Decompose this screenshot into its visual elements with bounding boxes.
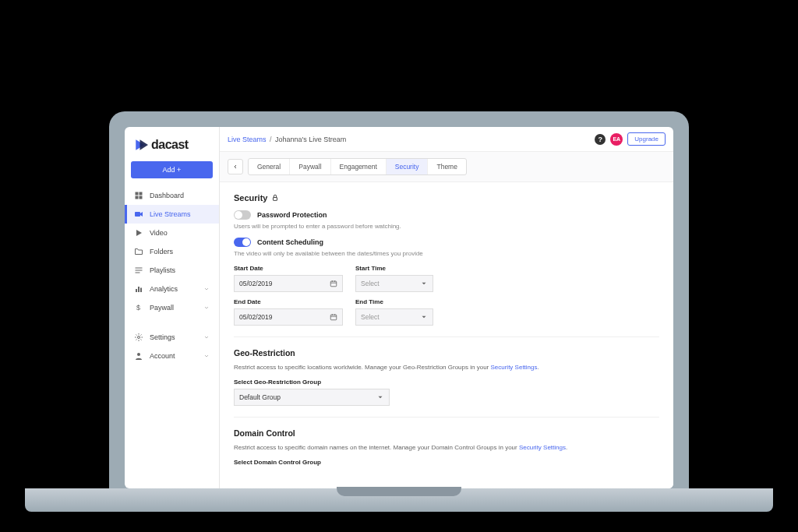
end-date-input[interactable] (239, 313, 325, 321)
geo-restriction-desc: Restrict access to specific locations wo… (234, 364, 659, 371)
laptop-notch (337, 487, 461, 496)
svg-rect-5 (136, 268, 143, 269)
tab-security[interactable]: Security (387, 159, 429, 174)
sidebar-item-account[interactable]: Account (125, 347, 219, 365)
svg-rect-4 (135, 212, 140, 217)
date-grid: Start Date Start Time Select (234, 265, 659, 326)
sidebar-item-label: Paywall (150, 304, 174, 312)
svg-rect-9 (138, 287, 139, 292)
start-time-select[interactable]: Select (355, 275, 433, 292)
select-placeholder: Select (361, 280, 380, 287)
svg-rect-6 (136, 270, 143, 271)
upgrade-button[interactable]: Upgrade (627, 132, 666, 146)
svg-text:$: $ (136, 304, 140, 312)
calendar-icon (330, 313, 337, 321)
sidebar-item-dashboard[interactable]: Dashboard (125, 186, 219, 205)
dashboard-icon (134, 191, 143, 200)
analytics-icon (134, 284, 143, 294)
end-date-label: End Date (234, 298, 343, 305)
svg-rect-19 (330, 315, 337, 320)
topbar: Live Steams / Johanna's Live Stream ? EA… (220, 127, 673, 152)
brand-logo: dacast (125, 135, 219, 161)
calendar-icon (330, 280, 337, 287)
tab-paywall[interactable]: Paywall (290, 159, 330, 174)
chevron-down-icon (203, 353, 210, 359)
toggle-label: Password Protection (257, 211, 327, 219)
password-protection-helper: Users will be prompted to enter a passwo… (234, 223, 659, 230)
end-time-select[interactable]: Select (355, 308, 433, 326)
play-icon (134, 228, 143, 238)
domain-select-label: Select Domain Control Group (234, 459, 659, 466)
sidebar-item-playlists[interactable]: Playlists (125, 261, 219, 280)
security-settings-link[interactable]: Security Settings (519, 444, 566, 451)
avatar[interactable]: EA (610, 133, 623, 146)
folder-icon (134, 247, 143, 256)
breadcrumb: Live Steams / Johanna's Live Stream (228, 136, 346, 143)
chevron-down-icon (203, 286, 210, 292)
geo-restriction-title: Geo-Restriction (234, 348, 659, 358)
content-scheduling-helper: The video will only be available between… (234, 250, 659, 257)
chevron-down-icon (420, 280, 428, 287)
svg-point-13 (137, 353, 140, 356)
sidebar-item-label: Playlists (150, 266, 175, 274)
svg-rect-7 (136, 273, 140, 273)
password-protection-toggle[interactable] (234, 210, 251, 220)
tabs: General Paywall Engagement Security Them… (248, 158, 467, 175)
main-area: Live Steams / Johanna's Live Stream ? EA… (220, 127, 673, 488)
svg-rect-2 (136, 196, 139, 199)
back-button[interactable] (228, 159, 243, 174)
gear-icon (134, 333, 143, 342)
section-title-text: Security (234, 193, 267, 203)
sidebar-item-video[interactable]: Video (125, 224, 219, 242)
sidebar-item-paywall[interactable]: $ Paywall (125, 298, 219, 317)
security-settings-link[interactable]: Security Settings (490, 364, 537, 371)
list-icon (134, 266, 143, 275)
chevron-down-icon (420, 313, 428, 321)
sidebar-item-label: Settings (150, 333, 175, 341)
tab-engagement[interactable]: Engagement (331, 159, 387, 174)
content-scheduling-toggle[interactable] (234, 238, 251, 247)
sidebar-item-settings[interactable]: Settings (125, 328, 219, 347)
start-date-input[interactable] (239, 280, 325, 287)
toggle-password-protection: Password Protection (234, 210, 659, 220)
select-placeholder: Select (361, 313, 380, 321)
sidebar-item-folders[interactable]: Folders (125, 242, 219, 261)
divider (234, 336, 659, 337)
chevron-left-icon (232, 164, 238, 170)
sidebar-item-label: Dashboard (150, 192, 184, 199)
start-time-label: Start Time (355, 265, 433, 272)
sidebar-item-live-streams[interactable]: Live Streams (125, 205, 219, 224)
add-button[interactable]: Add + (131, 161, 213, 178)
svg-rect-15 (330, 281, 337, 287)
breadcrumb-link[interactable]: Live Steams (228, 136, 267, 143)
tabs-bar: General Paywall Engagement Security Them… (220, 152, 673, 182)
end-date-input-wrap[interactable] (234, 308, 343, 326)
app-screen: dacast Add + Dashboard Live Streams Vide… (125, 127, 673, 488)
domain-control-title: Domain Control (234, 428, 659, 438)
sidebar-item-label: Live Streams (150, 210, 191, 218)
sidebar-item-analytics[interactable]: Analytics (125, 280, 219, 298)
person-icon (134, 351, 143, 361)
svg-rect-0 (136, 192, 139, 196)
logo-mark-icon (134, 138, 148, 152)
logo-text: dacast (151, 138, 189, 152)
domain-control-desc: Restrict access to specific domain names… (234, 444, 659, 451)
help-icon[interactable]: ? (595, 134, 606, 145)
tab-general[interactable]: General (249, 159, 290, 174)
svg-rect-14 (274, 198, 277, 201)
lock-icon (271, 194, 279, 202)
svg-rect-1 (139, 192, 143, 196)
svg-rect-3 (139, 196, 143, 199)
dollar-icon: $ (134, 303, 143, 312)
geo-restriction-select[interactable]: Default Group (234, 389, 390, 406)
tab-theme[interactable]: Theme (428, 159, 465, 174)
sidebar-item-label: Analytics (150, 285, 178, 293)
content: Security Password Protection Users will … (220, 182, 673, 488)
sidebar-item-label: Folders (150, 248, 173, 255)
start-date-input-wrap[interactable] (234, 275, 343, 292)
chevron-down-icon (376, 393, 384, 401)
desc-text: Restrict access to specific locations wo… (234, 364, 490, 371)
svg-rect-8 (136, 289, 137, 292)
sidebar: dacast Add + Dashboard Live Streams Vide… (125, 127, 220, 488)
end-time-label: End Time (355, 298, 433, 305)
